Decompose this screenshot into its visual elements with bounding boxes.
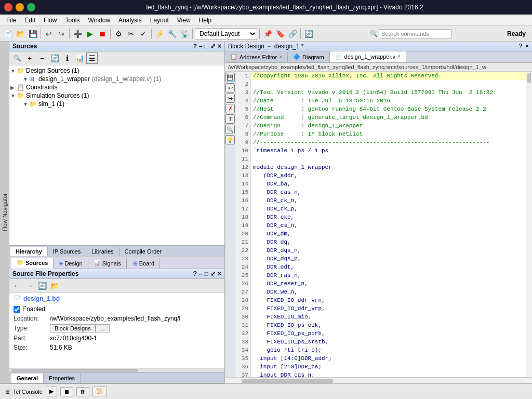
horizontal-scrollbar[interactable]	[225, 377, 532, 383]
menu-window[interactable]: Window	[84, 16, 114, 25]
design-wrapper-item[interactable]: ▼ ⊞ design_1_wrapper (design_1_wrapper.v…	[10, 75, 223, 83]
toolbar-pin[interactable]: 📌	[262, 28, 273, 39]
address-editor-close[interactable]: ×	[279, 54, 282, 60]
tab-libraries[interactable]: Libraries	[86, 247, 119, 256]
menu-tools[interactable]: Tools	[61, 16, 84, 25]
toolbar-undo[interactable]: ↩	[43, 28, 55, 39]
sim-1-item[interactable]: ▼ 📁 sim_1 (1)	[10, 100, 223, 108]
menu-analysis[interactable]: Analysis	[114, 16, 146, 25]
design-wrapper-expand[interactable]: ▼	[23, 76, 29, 82]
search-input[interactable]	[379, 29, 451, 38]
toolbar-cut[interactable]: ✂	[125, 28, 137, 39]
enabled-checkbox[interactable]	[14, 306, 20, 313]
toolbar-link[interactable]: 🔗	[287, 28, 298, 39]
maximize-button[interactable]	[27, 3, 35, 11]
type-browse-btn[interactable]: ...	[96, 324, 110, 332]
source-props-scrollbar[interactable]	[9, 368, 224, 372]
tool-zoom-btn[interactable]: 🔍	[225, 125, 235, 134]
menu-help[interactable]: Help	[195, 16, 216, 25]
sources-remove-btn[interactable]: −	[36, 52, 48, 64]
tool-redo-btn[interactable]: ↪	[225, 94, 235, 103]
tool-undo-btn[interactable]: ↩	[225, 83, 235, 92]
view-tab-design[interactable]: ◈ Design	[54, 258, 88, 269]
props-forward-btn[interactable]: →	[24, 280, 35, 291]
props-tab-properties[interactable]: Properties	[44, 374, 81, 383]
close-button[interactable]	[4, 3, 12, 11]
menu-flow[interactable]: Flow	[39, 16, 61, 25]
block-close-btn[interactable]: ×	[525, 43, 529, 50]
props-minimize-btn[interactable]: –	[199, 270, 203, 277]
sources-minimize-btn[interactable]: –	[199, 43, 203, 50]
wrapper-close[interactable]: ×	[397, 54, 401, 59]
props-close-btn[interactable]: ×	[218, 270, 221, 277]
view-tab-signals[interactable]: 📊 Signals	[88, 258, 127, 269]
sources-expand-btn[interactable]: ⤢	[210, 43, 216, 50]
props-open-btn[interactable]: 📂	[49, 280, 60, 291]
tab-design-wrapper[interactable]: 📄 design_1_wrapper.v ×	[330, 51, 406, 62]
vertical-scrollbar[interactable]	[526, 72, 532, 377]
sim-sources-item[interactable]: ▼ 📁 Simulation Sources (1)	[10, 91, 223, 100]
sources-refresh-btn[interactable]: 🔄	[49, 52, 60, 64]
hscroll-thumb[interactable]	[242, 379, 333, 383]
props-tab-general[interactable]: General	[11, 374, 44, 383]
sources-search-btn[interactable]: 🔍	[11, 52, 23, 64]
tcl-history-btn[interactable]: 📜	[92, 387, 107, 396]
tab-address-editor[interactable]: 📋 Address Editor ×	[225, 52, 288, 62]
toolbar-new[interactable]: 📄	[2, 28, 14, 39]
props-back-btn[interactable]: ←	[11, 280, 23, 291]
toolbar-save[interactable]: 💾	[27, 28, 38, 39]
design-sources-expand[interactable]: ▼	[10, 68, 17, 74]
menu-edit[interactable]: Edit	[20, 16, 39, 25]
toolbar-stop[interactable]: ⏹	[97, 28, 108, 39]
tab-hierarchy[interactable]: Hierarchy	[10, 247, 48, 256]
props-help-btn[interactable]: ?	[193, 270, 197, 277]
toolbar-refresh[interactable]: 🔄	[303, 28, 314, 39]
sources-float-btn[interactable]: □	[205, 43, 208, 50]
tcl-stop-btn[interactable]: ⏹	[60, 387, 73, 396]
view-tab-sources[interactable]: 📁 Sources	[11, 258, 54, 269]
tool-save-btn[interactable]: 💾	[225, 73, 235, 82]
toolbar-prog[interactable]: 📡	[179, 28, 190, 39]
sources-add-btn[interactable]: +	[24, 52, 35, 64]
toolbar-add[interactable]: ➕	[72, 28, 83, 39]
type-value-btn[interactable]: Block Designs	[50, 324, 96, 332]
menu-file[interactable]: File	[2, 16, 20, 25]
toolbar-run[interactable]: ▶	[84, 28, 96, 39]
sources-close-btn[interactable]: ×	[218, 43, 221, 50]
sources-hierarchy-btn[interactable]: 📊	[74, 52, 85, 64]
toolbar-settings[interactable]: ⚙	[113, 28, 124, 39]
tool-text-btn[interactable]: T	[225, 114, 235, 124]
tool-check-btn[interactable]: ✗	[225, 104, 235, 113]
menu-layout[interactable]: Layout	[146, 16, 173, 25]
sources-help-btn[interactable]: ?	[193, 43, 197, 50]
menu-view[interactable]: View	[173, 16, 195, 25]
code-editor[interactable]: //Copyright 1986-2016 Xilinx, Inc. All R…	[251, 72, 526, 377]
h-scrollbar-thumb[interactable]	[11, 369, 138, 372]
tcl-clear-btn[interactable]: 🗑	[76, 387, 89, 396]
props-refresh-btn[interactable]: 🔄	[36, 280, 48, 291]
toolbar-impl[interactable]: 🔧	[166, 28, 178, 39]
vscroll-thumb[interactable]	[527, 73, 531, 83]
sim-1-expand[interactable]: ▼	[23, 101, 29, 107]
tool-light-btn[interactable]: 💡	[225, 135, 235, 144]
tcl-run-btn[interactable]: ▶	[46, 387, 57, 396]
toolbar-bookmark[interactable]: 🔖	[274, 28, 286, 39]
sources-list-btn[interactable]: ☰	[86, 52, 98, 64]
props-expand-btn[interactable]: ⤢	[210, 270, 216, 277]
minimize-button[interactable]	[16, 3, 24, 11]
toolbar-synth[interactable]: ⚡	[154, 28, 165, 39]
block-help-btn[interactable]: ?	[518, 43, 522, 50]
sources-props-btn[interactable]: ℹ	[61, 52, 73, 64]
view-tab-board[interactable]: 🖥 Board	[127, 258, 160, 269]
tab-ip-sources[interactable]: IP Sources	[48, 247, 87, 256]
toolbar-open[interactable]: 📂	[15, 28, 26, 39]
design-sources-item[interactable]: ▼ 📁 Design Sources (1)	[10, 66, 223, 75]
layout-dropdown[interactable]: Default Layout	[195, 28, 257, 39]
constraints-expand[interactable]: ▶	[10, 85, 17, 90]
constraints-item[interactable]: ▶ 📋 Constraints	[10, 83, 223, 91]
tab-diagram[interactable]: 🔷 Diagram	[288, 52, 330, 62]
toolbar-redo[interactable]: ↪	[56, 28, 67, 39]
toolbar-check[interactable]: ✓	[138, 28, 149, 39]
sim-sources-expand[interactable]: ▼	[10, 93, 17, 99]
props-float-btn[interactable]: □	[205, 270, 208, 277]
